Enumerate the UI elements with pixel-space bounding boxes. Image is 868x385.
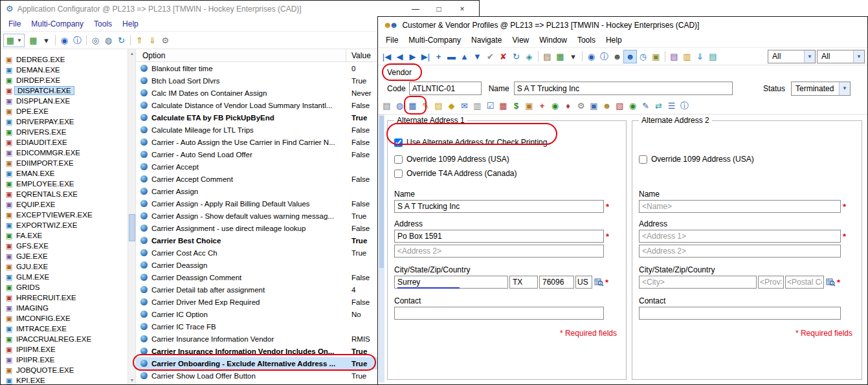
tree-item[interactable]: ▣ DEDREG.EXE <box>1 54 128 65</box>
tree-item[interactable]: ▣ FA.EXE <box>1 230 128 241</box>
tree-item[interactable]: ▣ IMAGING <box>1 303 128 313</box>
alt-name-input[interactable] <box>639 200 841 213</box>
value-column-header[interactable]: Value <box>346 51 371 60</box>
menu-item[interactable]: View <box>507 34 534 46</box>
edit-icon[interactable]: ✎ <box>419 100 432 112</box>
tree-item[interactable]: ▣ EDICOMMGR.EXE <box>1 148 128 158</box>
tree-item[interactable]: ▣ DEMAN.EXE <box>1 65 128 75</box>
tree-item[interactable]: ▣ IPIIPM.EXE <box>1 344 128 355</box>
export-icon[interactable]: ⇑ <box>133 34 146 47</box>
status-combo[interactable]: Terminated ▼ <box>791 82 851 96</box>
menu-item[interactable]: Tools <box>572 34 601 46</box>
tree-scrollbar[interactable]: ▲ ▼ <box>128 49 136 384</box>
contact-input[interactable] <box>639 307 841 320</box>
tree-item[interactable]: ▣ DRIVERS.EXE <box>1 127 128 137</box>
tree-item[interactable]: ▣ GFS.EXE <box>1 241 128 251</box>
menu-item[interactable]: Help <box>601 34 627 46</box>
layout-selector[interactable]: ▦ ▼ <box>3 34 25 47</box>
cards-icon[interactable]: ▥ <box>471 100 484 112</box>
tools-icon[interactable]: ⚙ <box>575 100 587 112</box>
dropdown-arrow-icon[interactable]: ▼ <box>804 50 815 63</box>
web-icon[interactable]: ◉ <box>627 100 639 112</box>
tree-item[interactable]: ▣ GRIDS <box>1 282 128 292</box>
menu-item[interactable]: Multi-Company <box>26 18 89 30</box>
grid-view-icon[interactable]: ▦ <box>27 34 39 47</box>
dropdown-arrow-icon[interactable]: ▾ <box>567 50 579 63</box>
save-record-icon[interactable]: ✔ <box>484 50 496 63</box>
nav-last-icon[interactable]: ▶| <box>419 50 432 63</box>
filter-combo-1[interactable]: All ▼ <box>768 50 816 63</box>
dropdown-arrow-icon[interactable]: ▼ <box>853 50 864 63</box>
scrollbar-thumb[interactable] <box>379 116 384 268</box>
info-icon[interactable]: ⓘ <box>678 100 691 112</box>
tree-item[interactable]: ▣ EXPORTWIZ.EXE <box>1 220 128 230</box>
image-icon[interactable]: ▤ <box>668 50 680 63</box>
state-input[interactable] <box>509 276 538 289</box>
override-t4a-checkbox[interactable] <box>394 170 403 178</box>
info-icon[interactable]: ⓘ <box>71 34 83 47</box>
menu-item[interactable]: File <box>381 34 403 46</box>
add-record-icon[interactable]: + <box>432 50 445 63</box>
tree-item[interactable]: ▣ KPI.EXE <box>1 375 128 384</box>
vendor-icon[interactable]: ☻ <box>624 50 636 63</box>
grid-view-icon[interactable]: ▦ <box>554 50 566 63</box>
option-column-header[interactable]: Option <box>136 49 346 61</box>
help-icon[interactable]: ◉ <box>585 50 597 63</box>
scroll-down-icon[interactable]: ▼ <box>128 376 136 384</box>
menu-item[interactable]: Tools <box>89 18 117 30</box>
refresh-icon[interactable]: ↻ <box>510 50 522 63</box>
contacts-icon[interactable]: ☻ <box>601 100 613 112</box>
delete-record-icon[interactable]: ▬ <box>445 50 458 63</box>
tree-item[interactable]: ▣ EMAN.EXE <box>1 168 128 179</box>
billing-icon[interactable]: $ <box>510 100 522 112</box>
title-bar[interactable]: ☻☻ Customer & Vendor Profiles @ PL213 =>… <box>378 17 867 33</box>
tree-item[interactable]: ▣ EXCEPTVIEWER.EXE <box>1 210 128 220</box>
filter-combo-2[interactable]: All ▼ <box>817 50 865 63</box>
use-alternate-address-checkbox[interactable] <box>394 138 403 147</box>
dropdown-arrow-icon[interactable]: ▼ <box>839 82 850 95</box>
vertical-scrollbar[interactable] <box>379 115 384 382</box>
address1-input[interactable] <box>639 230 841 243</box>
customer-icon[interactable]: ☻ <box>611 50 623 63</box>
tree-item[interactable]: ▣ EDIIMPORT.EXE <box>1 158 128 168</box>
dropdown-arrow-icon[interactable]: ▾ <box>40 34 52 47</box>
tree-item[interactable]: ▣ EQRENTALS.EXE <box>1 189 128 199</box>
grid-icon[interactable]: ▦ <box>497 100 509 112</box>
tree-item[interactable]: ▣ HRRECRUIT.EXE <box>1 292 128 303</box>
country-lookup-icon[interactable] <box>594 277 604 287</box>
nav-first-icon[interactable]: |◀ <box>381 50 393 63</box>
dispatch-icon[interactable]: ▣ <box>523 100 535 112</box>
address2-input[interactable] <box>394 245 604 258</box>
tree-item[interactable]: ▣ DPE.EXE <box>1 106 128 116</box>
equipment-icon[interactable]: ▣ <box>650 50 662 63</box>
tree-item[interactable]: ▣ GJU.EXE <box>1 261 128 272</box>
city-input[interactable] <box>394 276 508 289</box>
scrollbar-thumb[interactable] <box>129 214 135 241</box>
search-icon[interactable]: ◍ <box>394 100 406 112</box>
write-icon[interactable]: ✎ <box>640 100 652 112</box>
nav-next-icon[interactable]: ▶ <box>406 50 419 63</box>
menu-item[interactable]: Multi-Company <box>403 34 466 46</box>
menu-item[interactable]: Help <box>117 18 144 30</box>
documents-icon[interactable]: ▥ <box>681 50 693 63</box>
tree-item[interactable]: ▣ GJE.EXE <box>1 251 128 261</box>
tree-item[interactable]: ▣ IPACCRUALREG.EXE <box>1 334 128 344</box>
prov-input[interactable] <box>758 276 784 289</box>
contact-input[interactable] <box>394 307 604 320</box>
import-icon[interactable]: ⇓ <box>146 34 159 47</box>
move-down-icon[interactable]: ▼ <box>471 50 484 63</box>
menu-item[interactable]: File <box>3 18 26 30</box>
maximize-button[interactable]: □ <box>427 2 451 16</box>
share-icon[interactable]: ⇄ <box>652 100 665 112</box>
country-lookup-icon[interactable] <box>825 277 836 287</box>
alt-name-input[interactable] <box>394 200 604 213</box>
postal-input[interactable] <box>785 276 824 289</box>
help-icon[interactable]: ◉ <box>58 34 71 47</box>
info-icon[interactable]: ⓘ <box>598 50 610 63</box>
move-up-icon[interactable]: ▲ <box>458 50 471 63</box>
tree-item[interactable]: ▣ GLM.EXE <box>1 272 128 282</box>
pin-icon[interactable]: ♦ <box>562 100 574 112</box>
override-1099-checkbox[interactable] <box>639 155 647 164</box>
stamp-icon[interactable]: ▤ <box>541 50 553 63</box>
refresh-icon[interactable]: ↻ <box>115 34 128 47</box>
